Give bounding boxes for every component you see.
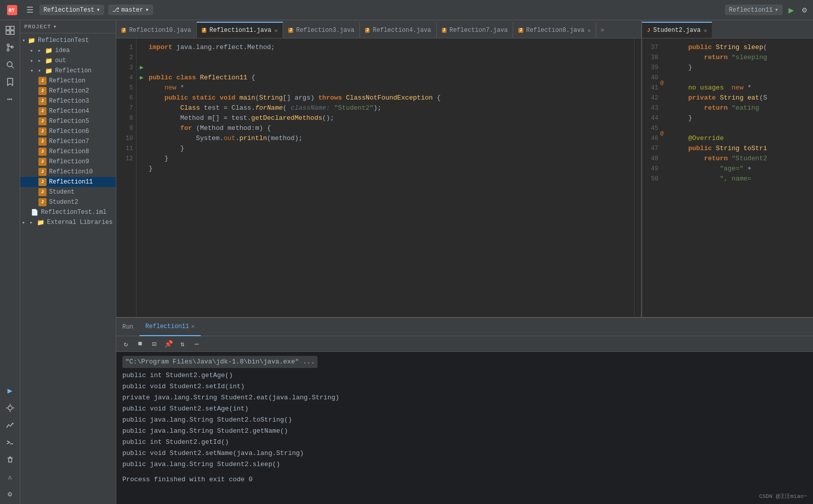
tab-java-icon: J [121,28,126,33]
line-number-4: 4 [116,73,133,83]
tab-label: Reflection7.java [449,27,508,34]
bottom-tab-reflection11[interactable]: Reflection11 ✕ [140,318,201,336]
tab-reflection4java[interactable]: JReflection4.java [360,22,437,38]
line-number-6: 6 [116,93,133,103]
hamburger-menu[interactable]: ☰ [24,3,35,17]
run-gutter-11 [137,144,147,154]
settings-button[interactable]: ⚙ [800,4,809,16]
right-code[interactable]: 3738394041424344454647484950 @@ public S… [642,38,813,317]
activity-find-icon[interactable] [2,57,18,73]
right-tab-close-icon[interactable]: ✕ [704,27,707,34]
right-code-content[interactable]: public String sleep( return "sleeping } … [670,38,813,317]
branch-selector[interactable]: ⎇ master ▾ [108,5,153,15]
file-icon: 📄 [30,208,38,216]
bottom-panel: Run Reflection11 ✕ ↻ ■ ⊡ 📌 ⇅ ⋯ "C:\Progr… [116,317,813,504]
java-file-icon: J [38,77,47,85]
java-file-icon: J [38,127,47,135]
activity-profiler-icon[interactable] [2,417,18,433]
bottom-tab-run[interactable]: Run [116,318,140,336]
sidebar-item-reflection[interactable]: ▾▾📁Reflection [20,66,116,76]
bottom-tab-close-icon[interactable]: ✕ [191,323,195,330]
toolbar-stop-button[interactable]: ■ [134,338,146,349]
sidebar-item-reflection8[interactable]: JReflection8 [20,147,116,157]
folder-arrow-icon: ▾ [35,67,43,75]
sidebar-item-externallibraries[interactable]: ▸▸📁External Libraries [20,217,116,227]
sidebar-item-reflection4[interactable]: JReflection4 [20,106,116,116]
svg-point-6 [7,44,9,46]
code-content[interactable]: import java.lang.reflect.Method; public … [147,38,634,317]
line-number-11: 11 [116,144,133,154]
right-gutter-40 [660,69,670,79]
run-gutter-12 [137,154,147,164]
project-selector[interactable]: ReflectionTest ▾ [39,5,104,15]
toolbar-filter-button[interactable]: ⇅ [177,338,188,349]
right-gutter-49 [660,160,670,170]
tree-item-label: Student2 [49,199,78,206]
right-line-number-37: 37 [642,42,658,53]
activity-plus-icon[interactable]: ⋯ [2,91,18,107]
run-button[interactable]: ▶ [787,4,796,17]
run-gutter-4[interactable]: ▶ [137,73,147,83]
right-gutter-38 [660,49,670,59]
sidebar-item-reflection5[interactable]: JReflection5 [20,116,116,126]
expand-arrow: ▸ [22,219,25,225]
activity-bookmark-icon[interactable] [2,74,18,90]
toolbar-rerun-button[interactable]: ↻ [120,338,131,349]
sidebar-item-reflection10[interactable]: JReflection10 [20,167,116,177]
output-line: public void Student2.setName(java.lang.S… [122,448,807,459]
right-tab-student2[interactable]: J Student2.java ✕ [642,22,712,38]
tab-reflection11java[interactable]: JReflection11.java✕ [197,22,283,38]
sidebar-item-reflection9[interactable]: JReflection9 [20,157,116,167]
right-gutter-47 [660,140,670,150]
run-arrow-icon[interactable]: ▶ [137,63,147,73]
sidebar-item-out[interactable]: ▸▸📁out [20,56,116,66]
toolbar-restore-button[interactable]: ⊡ [149,338,160,349]
toolbar-more-button[interactable]: ⋯ [191,338,202,349]
toolbar-pin-button[interactable]: 📌 [163,338,174,349]
code-editor[interactable]: 123456789101112 ▶▶ import java.lang.refl… [116,38,641,317]
sidebar-item-reflection[interactable]: JReflection [20,76,116,86]
project-header[interactable]: Project ▾ [20,20,116,33]
cmd-line: "C:\Program Files\Java\jdk-1.8\bin\java.… [122,356,807,370]
title-bar: RT ☰ ReflectionTest ▾ ⎇ master ▾ Reflect… [0,0,813,20]
sidebar-item-reflectiontest[interactable]: ▾📁ReflectionTest [20,35,116,45]
tab-label: Reflection8.java [526,27,584,34]
run-configuration[interactable]: Reflection11 ▾ [725,5,783,15]
tab-reflection8java[interactable]: JReflection8.java✕ [513,22,596,38]
activity-project-icon[interactable] [2,22,18,38]
tab-reflection3java[interactable]: JReflection3.java [283,22,360,38]
activity-delete-icon[interactable] [2,451,18,468]
right-line-number-38: 38 [642,53,658,63]
run-arrow-icon[interactable]: ▶ [137,73,147,83]
sidebar-item-student[interactable]: JStudent [20,187,116,197]
tab-bar: JReflection10.javaJReflection11.java✕JRe… [116,20,641,38]
sidebar-item-idea[interactable]: ▸▸📁idea [20,45,116,56]
sidebar-item-reflectiontest.iml[interactable]: 📄ReflectionTest.iml [20,207,116,217]
activity-vcs-icon[interactable] [2,39,18,56]
activity-debug-icon[interactable] [2,400,18,416]
run-gutter-1 [137,42,147,53]
run-gutter-3[interactable]: ▶ [137,63,147,73]
sidebar-item-student2[interactable]: JStudent2 [20,197,116,207]
sidebar-item-reflection11[interactable]: JReflection11 [20,177,116,187]
java-file-icon: J [38,188,47,196]
sidebar-item-reflection3[interactable]: JReflection3 [20,96,116,106]
tab-reflection10java[interactable]: JReflection10.java [116,22,197,38]
activity-settings-icon[interactable]: ⚙ [2,486,18,502]
output-line: public java.lang.String Student2.sleep() [122,459,807,470]
sidebar-item-reflection6[interactable]: JReflection6 [20,126,116,136]
activity-warning-icon[interactable]: ⚠ [2,469,18,485]
activity-run-icon[interactable]: ▶ [2,383,18,399]
activity-terminal-icon[interactable] [2,434,18,450]
tab-more-button[interactable]: » [596,22,608,38]
app-logo: RT [4,2,20,18]
right-gutter: @@ [660,38,670,317]
right-line-number-43: 43 [642,103,658,113]
line-number-12: 12 [116,154,133,164]
tab-close-icon[interactable]: ✕ [588,27,591,34]
tab-close-icon[interactable]: ✕ [275,27,278,34]
tab-reflection7java[interactable]: JReflection7.java [437,22,514,38]
svg-rect-3 [11,26,14,30]
sidebar-item-reflection2[interactable]: JReflection2 [20,86,116,96]
sidebar-item-reflection7[interactable]: JReflection7 [20,136,116,147]
